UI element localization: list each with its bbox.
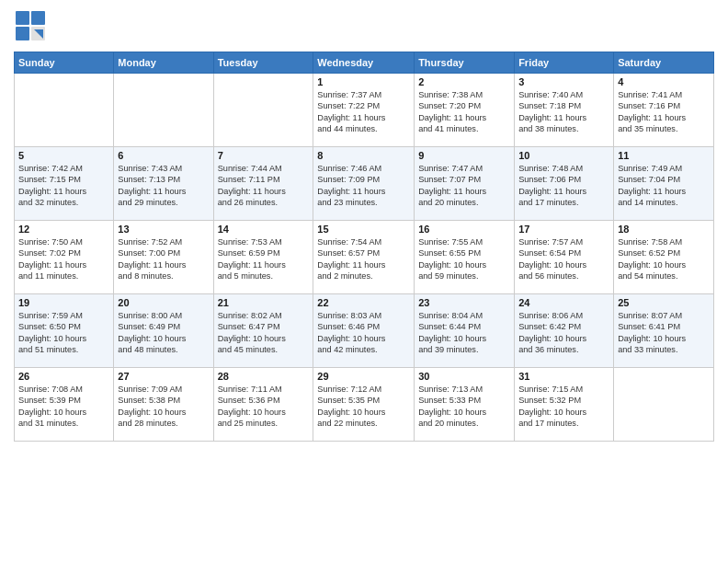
calendar-cell: 26Sunrise: 7:08 AMSunset: 5:39 PMDayligh… [15, 368, 114, 442]
day-info: Sunrise: 7:57 AMSunset: 6:54 PMDaylight:… [518, 236, 609, 282]
calendar-header-saturday: Saturday [614, 52, 714, 74]
calendar-cell: 24Sunrise: 8:06 AMSunset: 6:42 PMDayligh… [515, 294, 614, 368]
logo-icon [14, 9, 47, 42]
day-number: 4 [618, 76, 710, 87]
calendar-cell: 30Sunrise: 7:13 AMSunset: 5:33 PMDayligh… [415, 368, 515, 442]
day-number: 2 [418, 76, 510, 87]
calendar-header-friday: Friday [515, 52, 614, 74]
calendar-cell: 17Sunrise: 7:57 AMSunset: 6:54 PMDayligh… [515, 221, 614, 294]
day-info: Sunrise: 7:11 AMSunset: 5:36 PMDaylight:… [218, 384, 310, 430]
day-number: 8 [317, 150, 410, 161]
day-number: 18 [618, 224, 710, 235]
calendar-header-monday: Monday [114, 52, 213, 74]
day-info: Sunrise: 7:41 AMSunset: 7:16 PMDaylight:… [618, 89, 710, 135]
day-number: 13 [118, 224, 209, 235]
calendar-cell: 3Sunrise: 7:40 AMSunset: 7:18 PMDaylight… [515, 74, 614, 147]
calendar-cell: 11Sunrise: 7:49 AMSunset: 7:04 PMDayligh… [614, 147, 714, 221]
day-info: Sunrise: 8:07 AMSunset: 6:41 PMDaylight:… [618, 310, 710, 356]
day-number: 28 [218, 371, 310, 382]
calendar-cell: 5Sunrise: 7:42 AMSunset: 7:15 PMDaylight… [15, 147, 114, 221]
header [14, 9, 714, 46]
calendar-cell [15, 74, 114, 147]
calendar-cell [614, 368, 714, 442]
calendar-header-row: SundayMondayTuesdayWednesdayThursdayFrid… [15, 52, 714, 74]
calendar-body: 1Sunrise: 7:37 AMSunset: 7:22 PMDaylight… [15, 74, 714, 442]
day-number: 15 [317, 224, 410, 235]
day-number: 19 [18, 297, 109, 308]
svg-rect-0 [16, 11, 29, 25]
calendar-cell: 13Sunrise: 7:52 AMSunset: 7:00 PMDayligh… [114, 221, 213, 294]
day-number: 27 [118, 371, 209, 382]
calendar-cell: 29Sunrise: 7:12 AMSunset: 5:35 PMDayligh… [313, 368, 415, 442]
svg-rect-1 [31, 11, 45, 25]
calendar-table: SundayMondayTuesdayWednesdayThursdayFrid… [14, 52, 714, 442]
calendar-header-sunday: Sunday [15, 52, 114, 74]
calendar-cell: 21Sunrise: 8:02 AMSunset: 6:47 PMDayligh… [213, 294, 313, 368]
calendar-cell: 14Sunrise: 7:53 AMSunset: 6:59 PMDayligh… [213, 221, 313, 294]
calendar-cell: 9Sunrise: 7:47 AMSunset: 7:07 PMDaylight… [415, 147, 515, 221]
day-info: Sunrise: 8:04 AMSunset: 6:44 PMDaylight:… [418, 310, 510, 356]
day-info: Sunrise: 7:55 AMSunset: 6:55 PMDaylight:… [418, 236, 510, 282]
day-info: Sunrise: 8:03 AMSunset: 6:46 PMDaylight:… [317, 310, 410, 356]
day-info: Sunrise: 7:59 AMSunset: 6:50 PMDaylight:… [18, 310, 109, 356]
calendar-cell: 16Sunrise: 7:55 AMSunset: 6:55 PMDayligh… [415, 221, 515, 294]
day-number: 10 [518, 150, 609, 161]
day-number: 30 [418, 371, 510, 382]
calendar-cell: 6Sunrise: 7:43 AMSunset: 7:13 PMDaylight… [114, 147, 213, 221]
logo [14, 9, 50, 46]
calendar-cell: 22Sunrise: 8:03 AMSunset: 6:46 PMDayligh… [313, 294, 415, 368]
day-info: Sunrise: 7:38 AMSunset: 7:20 PMDaylight:… [418, 89, 510, 135]
day-number: 7 [218, 150, 310, 161]
day-number: 20 [118, 297, 209, 308]
day-info: Sunrise: 8:06 AMSunset: 6:42 PMDaylight:… [518, 310, 609, 356]
day-number: 6 [118, 150, 209, 161]
day-number: 31 [518, 371, 609, 382]
calendar-cell: 25Sunrise: 8:07 AMSunset: 6:41 PMDayligh… [614, 294, 714, 368]
day-number: 16 [418, 224, 510, 235]
day-info: Sunrise: 7:49 AMSunset: 7:04 PMDaylight:… [618, 163, 710, 209]
day-number: 1 [317, 76, 410, 87]
day-number: 29 [317, 371, 410, 382]
day-info: Sunrise: 7:50 AMSunset: 7:02 PMDaylight:… [18, 236, 109, 282]
day-info: Sunrise: 7:44 AMSunset: 7:11 PMDaylight:… [218, 163, 310, 209]
day-info: Sunrise: 7:15 AMSunset: 5:32 PMDaylight:… [518, 384, 609, 430]
calendar-header-wednesday: Wednesday [313, 52, 415, 74]
page: SundayMondayTuesdayWednesdayThursdayFrid… [0, 0, 728, 563]
day-info: Sunrise: 7:13 AMSunset: 5:33 PMDaylight:… [418, 384, 510, 430]
calendar-cell: 19Sunrise: 7:59 AMSunset: 6:50 PMDayligh… [15, 294, 114, 368]
calendar-cell: 12Sunrise: 7:50 AMSunset: 7:02 PMDayligh… [15, 221, 114, 294]
day-info: Sunrise: 8:00 AMSunset: 6:49 PMDaylight:… [118, 310, 209, 356]
day-number: 9 [418, 150, 510, 161]
day-info: Sunrise: 7:40 AMSunset: 7:18 PMDaylight:… [518, 89, 609, 135]
day-info: Sunrise: 7:54 AMSunset: 6:57 PMDaylight:… [317, 236, 410, 282]
day-number: 17 [518, 224, 609, 235]
calendar-cell [114, 74, 213, 147]
day-info: Sunrise: 7:58 AMSunset: 6:52 PMDaylight:… [618, 236, 710, 282]
day-number: 23 [418, 297, 510, 308]
day-number: 12 [18, 224, 109, 235]
calendar-week-3: 12Sunrise: 7:50 AMSunset: 7:02 PMDayligh… [15, 221, 714, 294]
calendar-cell: 2Sunrise: 7:38 AMSunset: 7:20 PMDaylight… [415, 74, 515, 147]
day-number: 21 [218, 297, 310, 308]
day-info: Sunrise: 7:09 AMSunset: 5:38 PMDaylight:… [118, 384, 209, 430]
day-info: Sunrise: 7:43 AMSunset: 7:13 PMDaylight:… [118, 163, 209, 209]
calendar-cell: 28Sunrise: 7:11 AMSunset: 5:36 PMDayligh… [213, 368, 313, 442]
day-info: Sunrise: 7:42 AMSunset: 7:15 PMDaylight:… [18, 163, 109, 209]
day-info: Sunrise: 8:02 AMSunset: 6:47 PMDaylight:… [218, 310, 310, 356]
day-number: 5 [18, 150, 109, 161]
calendar-week-5: 26Sunrise: 7:08 AMSunset: 5:39 PMDayligh… [15, 368, 714, 442]
calendar-cell [213, 74, 313, 147]
calendar-cell: 20Sunrise: 8:00 AMSunset: 6:49 PMDayligh… [114, 294, 213, 368]
calendar-cell: 4Sunrise: 7:41 AMSunset: 7:16 PMDaylight… [614, 74, 714, 147]
calendar-cell: 15Sunrise: 7:54 AMSunset: 6:57 PMDayligh… [313, 221, 415, 294]
calendar-cell: 31Sunrise: 7:15 AMSunset: 5:32 PMDayligh… [515, 368, 614, 442]
day-info: Sunrise: 7:12 AMSunset: 5:35 PMDaylight:… [317, 384, 410, 430]
calendar-cell: 7Sunrise: 7:44 AMSunset: 7:11 PMDaylight… [213, 147, 313, 221]
calendar-week-4: 19Sunrise: 7:59 AMSunset: 6:50 PMDayligh… [15, 294, 714, 368]
calendar-header-thursday: Thursday [415, 52, 515, 74]
svg-rect-2 [16, 27, 29, 40]
day-number: 25 [618, 297, 710, 308]
day-info: Sunrise: 7:52 AMSunset: 7:00 PMDaylight:… [118, 236, 209, 282]
day-number: 11 [618, 150, 710, 161]
calendar-cell: 18Sunrise: 7:58 AMSunset: 6:52 PMDayligh… [614, 221, 714, 294]
